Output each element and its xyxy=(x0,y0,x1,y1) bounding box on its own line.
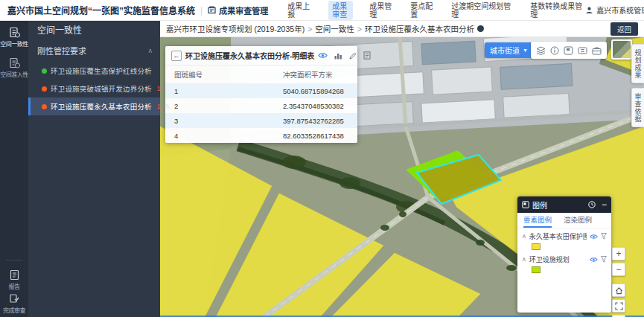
zoom-in-button[interactable]: + xyxy=(612,247,625,260)
map-zoom-controls: + − xyxy=(612,247,625,317)
rail-divider xyxy=(5,260,23,260)
rail-label: 报告 xyxy=(0,282,28,290)
fullscreen-icon xyxy=(615,302,623,310)
document-icon[interactable] xyxy=(363,51,371,60)
info-circle-icon[interactable] xyxy=(550,46,559,55)
rail-item-report[interactable]: 报告 xyxy=(0,269,28,290)
column-header: 图斑编号 xyxy=(165,69,283,80)
breadcrumb-part-plan[interactable]: 嘉兴市环卫设施专项规划 (2019-2035年) xyxy=(166,23,305,34)
menu-item-results-manage[interactable]: 成果管理 xyxy=(369,2,394,19)
edit-icon[interactable] xyxy=(349,52,357,60)
legend-item-sanitation[interactable]: ∧ 环卫设施规划 xyxy=(517,252,611,265)
menu-item-results-review[interactable]: 成果审查 xyxy=(328,1,353,20)
tab-review-basis[interactable]: 审查依据 xyxy=(631,88,644,127)
right-side-tabs: 规划成果 审查依据 xyxy=(631,44,644,132)
cell-conflict-area: 397.875432762285 xyxy=(283,117,357,125)
cell-conflict-area: 2.35437048530382 xyxy=(283,102,357,110)
status-dot-orange xyxy=(42,86,47,92)
back-arrow-icon[interactable]: ← xyxy=(171,51,182,61)
user-name: 嘉兴市系统管理员 xyxy=(596,4,644,16)
legend-panel: 图例 − 要素图例 渲染图例 ∧ 永久基本农田保护图斑 ∧ 环卫设施 xyxy=(517,196,611,313)
basemap-thumbnail[interactable] xyxy=(611,39,632,60)
zoom-out-button[interactable]: − xyxy=(612,263,625,276)
clock-icon[interactable] xyxy=(588,201,596,208)
breadcrumb-separator: > xyxy=(307,25,312,33)
fullscreen-button[interactable] xyxy=(612,299,625,313)
info-icon[interactable] xyxy=(477,25,484,32)
home-extent-button[interactable] xyxy=(612,284,625,297)
table-row[interactable]: 4 82.6033528617438 xyxy=(165,128,357,143)
legend-header[interactable]: 图例 − xyxy=(517,196,611,213)
breadcrumb-part-consistency[interactable]: 空间一致性 xyxy=(315,23,354,34)
column-header: 冲突面积平方米 xyxy=(283,69,357,80)
visibility-icon[interactable] xyxy=(590,257,598,263)
rail-item-finish-review[interactable]: 完成审查 xyxy=(0,293,28,314)
rail-label: 完成审查 xyxy=(0,306,28,314)
detail-table-panel: ← 环卫设施压覆永久基本农田分析-明细表 图斑编号 冲突面积平方米 1 5040 xyxy=(165,46,357,143)
user-icon xyxy=(585,6,593,14)
chart-icon[interactable] xyxy=(334,52,342,60)
basemap-select-button[interactable]: 城市街道 ▼ xyxy=(485,42,533,58)
detail-table-title: 环卫设施压覆永久基本农田分析-明细表 xyxy=(185,50,314,61)
tree-item-urban-boundary[interactable]: 环卫设施突破城镇开发边界分析 1 xyxy=(28,80,160,97)
collapse-icon: ∧ xyxy=(522,233,526,240)
module-icon xyxy=(208,6,216,14)
menu-item-points-config[interactable]: 要点配置 xyxy=(410,2,435,19)
menu-item-results-upload[interactable]: 成果上报 xyxy=(287,2,312,19)
cell-conflict-area: 5040.68715894268 xyxy=(283,87,357,95)
basemap-label: 城市街道 xyxy=(490,45,520,56)
tree-item-label: 环卫设施压覆永久基本农田分析 xyxy=(51,101,152,112)
count-badge: 1 xyxy=(157,103,161,110)
tree-item-label: 环卫设施突破城镇开发边界分析 xyxy=(51,83,152,94)
tree-item-farmland[interactable]: 环卫设施压覆永久基本农田分析 1 ✎ xyxy=(28,97,160,115)
legend-item-label: 永久基本农田保护图斑 xyxy=(529,231,587,241)
legend-swatch-sanitation xyxy=(532,266,541,273)
status-dot-green xyxy=(42,68,47,74)
top-bar-right: 嘉兴市系统管理员 ▼ ? 系统文档 xyxy=(585,4,644,16)
filter-icon[interactable] xyxy=(601,256,607,263)
legend-title: 图例 xyxy=(532,199,585,211)
tree-title: 空间一致性 xyxy=(28,21,160,40)
rail-item-spatial-admission[interactable]: 空间准入性 xyxy=(0,57,28,78)
visibility-icon[interactable] xyxy=(590,234,598,240)
detail-table-tools xyxy=(318,51,371,60)
rail-item-spatial-consistency[interactable]: 空间一致性 xyxy=(0,27,28,48)
table-row[interactable]: 2 2.35437048530382 xyxy=(165,98,357,113)
chevron-down-icon: ▼ xyxy=(523,48,528,53)
count-badge: 1 xyxy=(157,85,161,92)
menu-item-transition-planning[interactable]: 过渡期空间规划管理 xyxy=(451,2,514,19)
legend-swatch-farmland xyxy=(532,243,541,250)
app-window: 嘉兴市国土空间规划“一张图”实施监督信息系统 | 成果审查管理 成果上报 成果审… xyxy=(0,0,644,317)
top-bar: 嘉兴市国土空间规划“一张图”实施监督信息系统 | 成果审查管理 成果上报 成果审… xyxy=(0,0,644,21)
edit-icon[interactable]: ✎ xyxy=(165,103,171,111)
swipe-compare-icon[interactable] xyxy=(578,46,587,55)
finish-review-icon xyxy=(9,293,20,304)
rail-label: 空间一致性 xyxy=(0,39,28,48)
toolbox-icon[interactable] xyxy=(592,46,602,55)
main-area: 嘉兴市环卫设施专项规划 (2019-2035年) > 空间一致性 > 环卫设施压… xyxy=(160,21,644,317)
module-switcher[interactable]: 成果审查管理 xyxy=(208,4,268,16)
minimize-icon[interactable]: − xyxy=(602,201,607,208)
filter-icon[interactable] xyxy=(601,233,607,240)
analysis-tree-panel: 空间一致性 刚性管控要求 ∧ 环卫设施压覆生态保护红线分析 环卫设施突破城镇开发… xyxy=(28,21,160,317)
view-icon[interactable] xyxy=(318,52,328,59)
rail-label: 空间准入性 xyxy=(0,70,28,78)
menu-item-base-conversion[interactable]: 基数转换成果管理 xyxy=(530,2,585,19)
breadcrumb-separator: > xyxy=(357,25,362,33)
tree-item-eco-redline[interactable]: 环卫设施压覆生态保护红线分析 xyxy=(28,62,160,80)
breadcrumb-part-analysis[interactable]: 环卫设施压覆永久基本农田分析 xyxy=(365,23,474,34)
flag-icon[interactable] xyxy=(564,46,573,55)
table-header-row: 图斑编号 冲突面积平方米 xyxy=(165,65,357,83)
legend-item-farmland[interactable]: ∧ 永久基本农田保护图斑 xyxy=(517,228,611,242)
map-toolbar xyxy=(531,42,607,59)
tab-planning-results[interactable]: 规划成果 xyxy=(631,44,644,83)
back-button[interactable]: 返回 xyxy=(610,22,638,36)
tree-section-rigid-control[interactable]: 刚性管控要求 ∧ xyxy=(28,40,160,62)
table-row[interactable]: 3 397.875432762285 xyxy=(165,113,357,128)
map-viewport[interactable]: ← 环卫设施压覆永久基本农田分析-明细表 图斑编号 冲突面积平方米 1 5040 xyxy=(160,37,644,317)
legend-tab-features[interactable]: 要素图例 xyxy=(523,213,552,228)
legend-tab-render[interactable]: 渲染图例 xyxy=(564,213,592,228)
table-row[interactable]: 1 5040.68715894268 xyxy=(165,83,357,98)
user-menu[interactable]: 嘉兴市系统管理员 ▼ xyxy=(585,4,644,16)
layers-icon[interactable] xyxy=(536,46,546,55)
